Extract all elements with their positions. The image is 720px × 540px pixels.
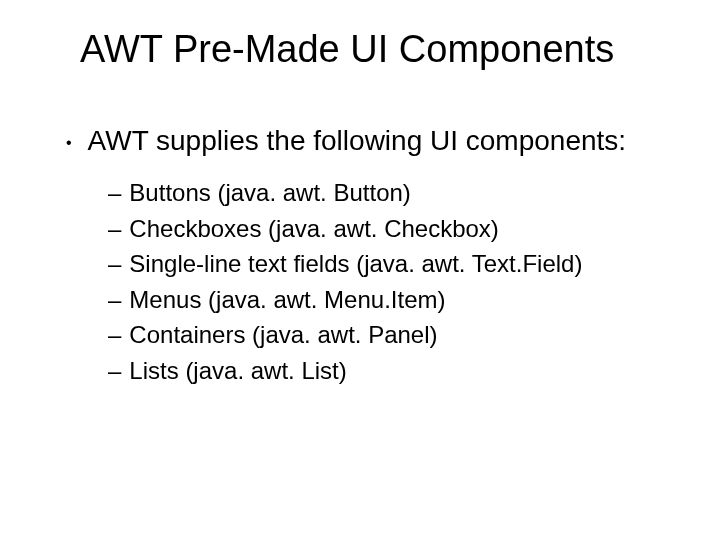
intro-text: AWT supplies the following UI components…	[88, 123, 626, 158]
slide-title: AWT Pre-Made UI Components	[80, 28, 660, 71]
dash-icon: –	[108, 354, 121, 388]
list-item: – Single-line text fields (java. awt. Te…	[108, 247, 660, 281]
list-item-text: Checkboxes (java. awt. Checkbox)	[129, 212, 499, 246]
dash-icon: –	[108, 176, 121, 210]
list-item-text: Single-line text fields (java. awt. Text…	[129, 247, 582, 281]
list-item: – Checkboxes (java. awt. Checkbox)	[108, 212, 660, 246]
dash-icon: –	[108, 247, 121, 281]
dash-icon: –	[108, 283, 121, 317]
list-item: – Buttons (java. awt. Button)	[108, 176, 660, 210]
list-item: – Menus (java. awt. Menu.Item)	[108, 283, 660, 317]
intro-item: • AWT supplies the following UI componen…	[66, 123, 660, 158]
list-item: – Containers (java. awt. Panel)	[108, 318, 660, 352]
bullet-icon: •	[66, 133, 72, 153]
list-item-text: Containers (java. awt. Panel)	[129, 318, 437, 352]
dash-icon: –	[108, 212, 121, 246]
list-item-text: Menus (java. awt. Menu.Item)	[129, 283, 445, 317]
list-item-text: Buttons (java. awt. Button)	[129, 176, 410, 210]
slide-body: • AWT supplies the following UI componen…	[66, 123, 660, 388]
list-item: – Lists (java. awt. List)	[108, 354, 660, 388]
dash-icon: –	[108, 318, 121, 352]
sub-list: – Buttons (java. awt. Button) – Checkbox…	[108, 176, 660, 388]
list-item-text: Lists (java. awt. List)	[129, 354, 346, 388]
